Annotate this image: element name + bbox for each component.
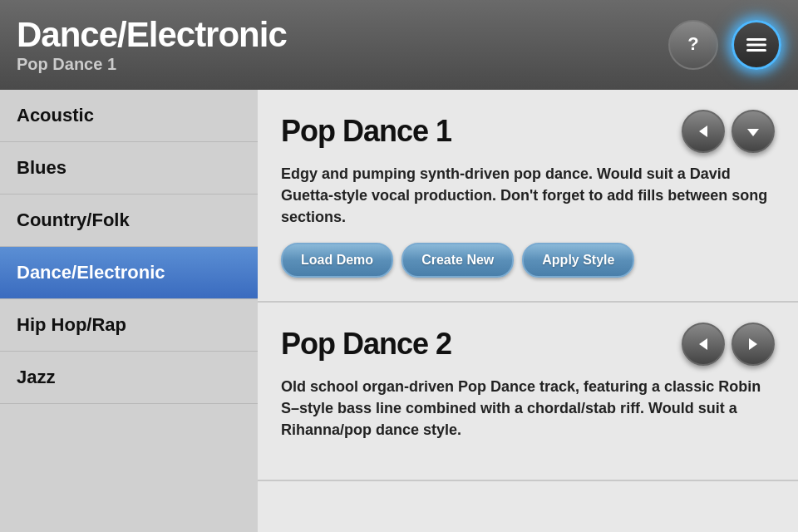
style-description-1: Edgy and pumping synth-driven pop dance.… xyxy=(281,163,775,228)
create-new-button[interactable]: Create New xyxy=(401,243,514,278)
header-title-block: Dance/Electronic Pop Dance 1 xyxy=(17,16,287,73)
sidebar-item-jazz[interactable]: Jazz xyxy=(0,352,258,404)
style-card-header-2: Pop Dance 2 xyxy=(281,323,775,366)
load-demo-button[interactable]: Load Demo xyxy=(281,243,393,278)
app-header: Dance/Electronic Pop Dance 1 ? xyxy=(0,0,798,90)
next-button-1[interactable] xyxy=(732,110,775,153)
svg-marker-6 xyxy=(699,338,707,350)
style-controls-2 xyxy=(682,323,775,366)
sidebar: Acoustic Blues Country/Folk Dance/Electr… xyxy=(0,90,258,532)
help-icon: ? xyxy=(682,33,705,57)
next-icon-2 xyxy=(744,335,762,353)
next-button-2[interactable] xyxy=(732,323,775,366)
style-name-1: Pop Dance 1 xyxy=(281,114,451,149)
sidebar-item-dance-electronic[interactable]: Dance/Electronic xyxy=(0,247,258,299)
style-description-2: Old school organ-driven Pop Dance track,… xyxy=(281,376,775,441)
help-button[interactable]: ? xyxy=(668,20,718,70)
style-card-header-1: Pop Dance 1 xyxy=(281,110,775,153)
prev-icon-2 xyxy=(694,335,712,353)
svg-marker-5 xyxy=(747,129,759,136)
header-icons: ? xyxy=(668,20,781,70)
style-card-pop-dance-1: Pop Dance 1 Edgy and pumping synth-drive… xyxy=(258,90,798,303)
svg-marker-4 xyxy=(699,126,707,137)
sidebar-item-blues[interactable]: Blues xyxy=(0,142,258,195)
header-main-title: Dance/Electronic xyxy=(17,16,287,54)
svg-text:?: ? xyxy=(687,33,698,54)
menu-button[interactable] xyxy=(732,20,781,70)
style-controls-1 xyxy=(682,110,775,153)
main-layout: Acoustic Blues Country/Folk Dance/Electr… xyxy=(0,90,798,532)
svg-rect-2 xyxy=(746,44,766,47)
style-card-pop-dance-2: Pop Dance 2 Old school organ-driven Pop … xyxy=(258,303,798,480)
sidebar-item-country-folk[interactable]: Country/Folk xyxy=(0,195,258,247)
style-actions-1: Load Demo Create New Apply Style xyxy=(281,243,775,278)
prev-icon-1 xyxy=(694,122,712,140)
header-subtitle: Pop Dance 1 xyxy=(17,55,287,74)
content-area: Pop Dance 1 Edgy and pumping synth-drive… xyxy=(258,90,798,532)
svg-rect-1 xyxy=(746,38,766,41)
sidebar-item-acoustic[interactable]: Acoustic xyxy=(0,90,258,142)
svg-marker-7 xyxy=(749,338,757,350)
next-icon-1 xyxy=(744,122,762,140)
prev-button-1[interactable] xyxy=(682,110,725,153)
style-name-2: Pop Dance 2 xyxy=(281,327,451,362)
svg-rect-3 xyxy=(746,49,766,52)
prev-button-2[interactable] xyxy=(682,323,725,366)
apply-style-button[interactable]: Apply Style xyxy=(522,243,634,278)
menu-icon xyxy=(743,32,770,58)
sidebar-item-hip-hop-rap[interactable]: Hip Hop/Rap xyxy=(0,299,258,352)
